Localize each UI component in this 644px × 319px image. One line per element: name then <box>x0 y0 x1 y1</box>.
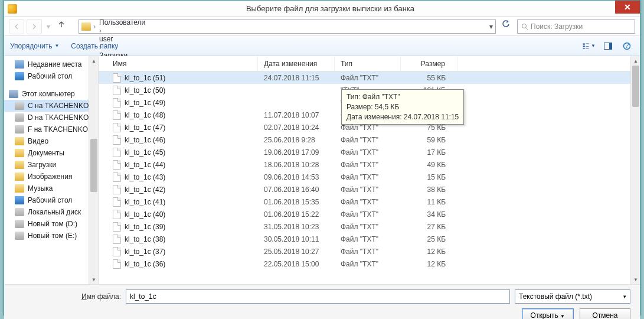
folder-icon <box>15 220 24 228</box>
refresh-button[interactable] <box>502 20 515 33</box>
folder-icon <box>15 161 24 169</box>
file-date: 22.05.2018 15:00 <box>258 260 335 268</box>
address-dropdown-icon[interactable]: ▾ <box>489 22 493 31</box>
file-row[interactable]: kl_to_1c (40)01.06.2018 15:22Файл "TXT"3… <box>99 208 640 220</box>
sidebar-item[interactable]: Локальный диск <box>4 206 98 218</box>
file-name: kl_to_1c (43) <box>125 173 165 181</box>
view-options-button[interactable]: ▼ <box>582 40 596 53</box>
address-bar[interactable]: › Этот компьютер›C на TKACHENKO›Пользова… <box>79 19 496 34</box>
up-button[interactable] <box>57 20 70 33</box>
file-icon <box>113 86 121 95</box>
sidebar-item-label: Недавние места <box>28 60 81 69</box>
file-name: kl_to_1c (38) <box>125 235 165 243</box>
sidebar-item[interactable]: Недавние места <box>4 58 98 70</box>
app-icon <box>8 4 17 14</box>
sidebar-item[interactable]: Рабочий стол <box>4 70 98 82</box>
file-type: Файл "TXT" <box>335 198 401 206</box>
sidebar-item[interactable]: Документы <box>4 147 98 159</box>
file-type: Файл "TXT" <box>335 173 401 181</box>
file-row[interactable]: kl_to_1c (36)22.05.2018 15:00Файл "TXT"1… <box>99 258 640 270</box>
sidebar-item[interactable]: Рабочий стол <box>4 194 98 206</box>
sidebar-item[interactable]: D на TKACHENKO <box>4 112 98 123</box>
file-row[interactable]: kl_to_1c (45)19.06.2018 17:09Файл "TXT"1… <box>99 146 640 158</box>
sidebar-item-label: Рабочий стол <box>28 196 72 204</box>
file-row[interactable]: kl_to_1c (46)25.06.2018 9:28Файл "TXT"59… <box>99 134 640 146</box>
file-row[interactable]: kl_to_1c (43)09.06.2018 14:53Файл "TXT"1… <box>99 171 640 183</box>
svg-rect-3 <box>583 45 585 47</box>
new-folder-button[interactable]: Создать папку <box>71 42 118 50</box>
column-name[interactable]: Имя <box>99 56 258 71</box>
file-name: kl_to_1c (49) <box>125 99 165 107</box>
sidebar-item[interactable]: Музыка <box>4 183 98 194</box>
file-date: 18.06.2018 10:28 <box>258 161 335 169</box>
sidebar-item-label: Музыка <box>28 184 53 193</box>
file-size: 17 КБ <box>401 148 457 157</box>
folder-icon <box>81 22 91 31</box>
file-row[interactable]: kl_to_1c (41)01.06.2018 15:35Файл "TXT"1… <box>99 196 640 208</box>
sidebar-item[interactable]: Новый том (D:) <box>4 218 98 230</box>
titlebar: Выберите файл для загрузки выписки из ба… <box>4 1 640 17</box>
folder-icon <box>15 208 24 216</box>
file-scroll-thumb[interactable] <box>632 66 639 107</box>
scroll-up-icon[interactable]: ▲ <box>89 56 99 66</box>
filename-input[interactable] <box>126 289 510 304</box>
search-placeholder: Поиск: Загрузки <box>531 22 583 31</box>
sidebar-item[interactable]: Этот компьютер <box>4 88 98 100</box>
open-button[interactable]: Открыть ▼ <box>522 308 574 319</box>
file-row[interactable]: kl_to_1c (39)31.05.2018 10:23Файл "TXT"2… <box>99 220 640 233</box>
file-name: kl_to_1c (39) <box>125 223 165 231</box>
column-type[interactable]: Тип <box>335 56 401 71</box>
file-tooltip: Тип: Файл "TXT" Размер: 54,5 КБ Дата изм… <box>341 89 464 125</box>
help-button[interactable]: ? <box>620 40 634 53</box>
file-row[interactable]: kl_to_1c (37)25.05.2018 10:27Файл "TXT"1… <box>99 245 640 258</box>
recent-dropdown[interactable]: ▾ <box>44 19 53 34</box>
scroll-up-icon[interactable]: ▲ <box>631 56 640 66</box>
folder-icon <box>15 232 24 240</box>
search-input[interactable]: Поиск: Загрузки <box>517 19 635 34</box>
file-date: 24.07.2018 11:15 <box>258 74 335 82</box>
preview-pane-button[interactable] <box>601 40 615 53</box>
file-name: kl_to_1c (44) <box>125 161 165 169</box>
forward-button[interactable] <box>27 19 42 34</box>
file-date: 31.05.2018 10:23 <box>258 223 335 231</box>
sidebar-item-label: Изображения <box>28 172 72 181</box>
file-row[interactable]: kl_to_1c (44)18.06.2018 10:28Файл "TXT"4… <box>99 158 640 171</box>
file-row[interactable]: kl_to_1c (38)30.05.2018 10:11Файл "TXT"2… <box>99 233 640 245</box>
sidebar-scrollbar[interactable]: ▲ ▼ <box>89 56 98 284</box>
scroll-down-icon[interactable]: ▼ <box>631 275 640 284</box>
sidebar-item[interactable]: C на TKACHENKO <box>4 100 98 112</box>
file-name: kl_to_1c (40) <box>125 210 165 219</box>
back-button[interactable] <box>9 19 24 34</box>
scroll-down-icon[interactable]: ▼ <box>89 275 99 284</box>
file-type-select[interactable]: Текстовый файл (*.txt)▾ <box>515 289 630 304</box>
file-size: 38 КБ <box>401 185 457 194</box>
file-icon <box>113 235 121 244</box>
sidebar-item[interactable]: Видео <box>4 135 98 147</box>
file-row[interactable]: kl_to_1c (51)24.07.2018 11:15Файл "TXT"5… <box>99 71 640 84</box>
close-button[interactable]: ✕ <box>615 1 640 14</box>
breadcrumb-item[interactable]: Пользователи <box>98 18 161 27</box>
sidebar-item[interactable]: Загрузки <box>4 159 98 171</box>
filename-label: Имя файла: <box>14 292 121 301</box>
file-date: 02.07.2018 10:24 <box>258 123 335 132</box>
file-name: kl_to_1c (36) <box>125 260 165 268</box>
sidebar-item-label: Видео <box>28 137 48 145</box>
column-date[interactable]: Дата изменения <box>258 56 335 71</box>
file-pane: Имя Дата изменения Тип Размер kl_to_1c (… <box>99 56 640 284</box>
file-name: kl_to_1c (48) <box>125 111 165 119</box>
file-list: kl_to_1c (51)24.07.2018 11:15Файл "TXT"5… <box>99 71 640 284</box>
file-name: kl_to_1c (50) <box>125 86 165 95</box>
search-icon <box>521 23 528 30</box>
folder-icon <box>15 113 24 122</box>
sidebar-item[interactable]: Новый том (E:) <box>4 230 98 242</box>
organize-button[interactable]: Упорядочить▼ <box>10 42 59 50</box>
cancel-button[interactable]: Отмена <box>580 308 630 319</box>
column-size[interactable]: Размер <box>401 56 457 71</box>
file-row[interactable]: kl_to_1c (42)07.06.2018 16:40Файл "TXT"3… <box>99 183 640 196</box>
file-scrollbar[interactable]: ▲ ▼ <box>630 56 640 284</box>
sidebar-item[interactable]: F на TKACHENKO <box>4 123 98 135</box>
file-icon <box>113 247 121 256</box>
sidebar-item[interactable]: Изображения <box>4 171 98 183</box>
file-icon <box>113 259 121 269</box>
sidebar-scroll-thumb[interactable] <box>90 139 97 192</box>
